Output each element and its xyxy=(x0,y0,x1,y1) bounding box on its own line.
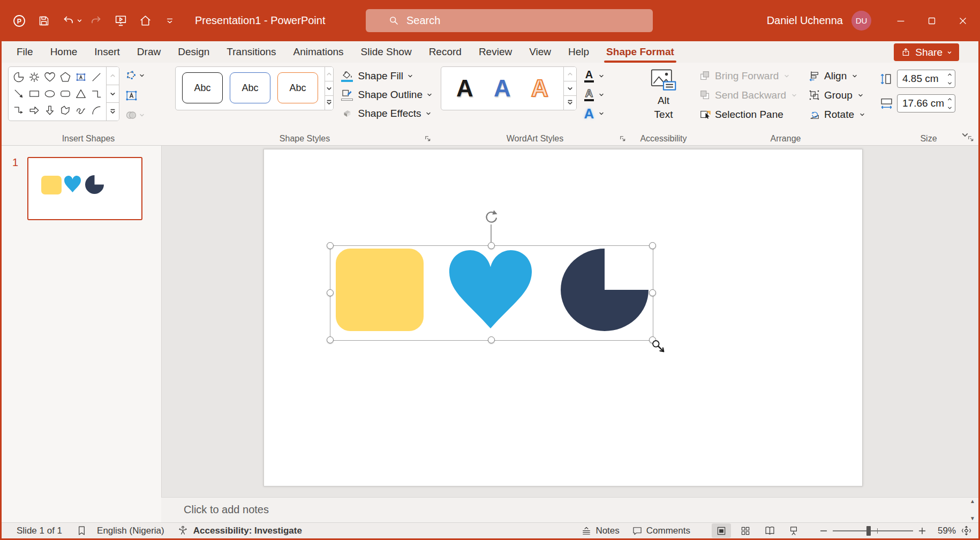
shape-elbow-arrow-connector-icon[interactable] xyxy=(11,102,26,118)
shape-heart-icon[interactable] xyxy=(42,69,57,85)
normal-view-button[interactable] xyxy=(712,523,731,538)
wordart-more-button[interactable] xyxy=(564,95,576,110)
shape-freeform-icon[interactable] xyxy=(57,102,73,118)
shape-triangle-icon[interactable] xyxy=(73,85,88,102)
wordart-scroll-down[interactable] xyxy=(564,81,576,95)
tab-record[interactable]: Record xyxy=(420,41,470,63)
resize-handle-middle-right[interactable] xyxy=(649,289,656,296)
text-box-button[interactable] xyxy=(124,87,146,103)
height-spin-up[interactable] xyxy=(944,70,955,79)
shape-height-input[interactable] xyxy=(898,70,944,87)
shape-styles-more-button[interactable] xyxy=(325,95,333,110)
zoom-out-button[interactable] xyxy=(819,527,828,535)
selection-pane-button[interactable]: Selection Pane xyxy=(698,106,803,123)
save-button[interactable] xyxy=(32,9,56,33)
alt-text-button[interactable]: Alt Text xyxy=(638,66,689,121)
shape-outline-button[interactable]: Shape Outline xyxy=(338,86,434,103)
user-name[interactable]: Daniel Uchenna xyxy=(767,14,843,27)
powerpoint-logo-icon[interactable]: P xyxy=(7,9,32,33)
shape-gallery-scroll-up[interactable] xyxy=(107,67,119,85)
width-spin-down[interactable] xyxy=(944,103,955,112)
tab-design[interactable]: Design xyxy=(169,41,218,63)
text-outline-button[interactable]: A xyxy=(581,86,606,103)
rotation-handle-icon[interactable] xyxy=(483,208,499,224)
tab-file[interactable]: File xyxy=(8,41,42,63)
shape-width-input[interactable] xyxy=(898,95,944,112)
resize-handle-bottom-left[interactable] xyxy=(327,336,334,343)
minimize-button[interactable] xyxy=(885,0,916,41)
search-box[interactable]: Search xyxy=(366,9,653,32)
slide-thumbnail-panel[interactable]: 1 xyxy=(2,146,162,522)
tab-insert[interactable]: Insert xyxy=(86,41,129,63)
reading-view-button[interactable] xyxy=(760,523,779,538)
shape-oval-icon[interactable] xyxy=(42,85,57,102)
shape-styles-scroll-down[interactable] xyxy=(325,81,333,95)
bring-forward-button[interactable]: Bring Forward xyxy=(698,68,803,84)
wordart-style-3[interactable]: A xyxy=(524,71,556,106)
shape-pie-icon[interactable] xyxy=(11,69,26,85)
tab-review[interactable]: Review xyxy=(470,41,521,63)
comments-button[interactable]: Comments xyxy=(632,526,690,536)
resize-handle-top-right[interactable] xyxy=(649,242,656,249)
height-spin-down[interactable] xyxy=(944,79,955,87)
home-button[interactable] xyxy=(133,9,157,33)
wordart-style-2[interactable]: A xyxy=(486,71,518,106)
shape-gallery-scroll-down[interactable] xyxy=(107,85,119,103)
undo-dropdown-chevron-icon[interactable] xyxy=(77,16,82,26)
resize-handle-top-middle[interactable] xyxy=(488,242,495,249)
shape-rounded-rectangle-icon[interactable] xyxy=(57,85,73,102)
shape-arc-icon[interactable] xyxy=(88,102,104,118)
resize-handle-top-left[interactable] xyxy=(327,242,334,249)
language-indicator[interactable]: English (Nigeria) xyxy=(97,526,164,536)
edit-shape-button[interactable] xyxy=(124,68,146,84)
tab-transitions[interactable]: Transitions xyxy=(218,41,284,63)
notes-toggle-button[interactable]: Notes xyxy=(581,526,619,536)
shape-rectangle-icon[interactable] xyxy=(26,85,42,102)
merge-shapes-button[interactable] xyxy=(124,107,146,123)
zoom-slider-thumb[interactable] xyxy=(866,526,871,536)
align-button[interactable]: Align xyxy=(807,68,867,84)
fit-slide-to-window-button[interactable] xyxy=(961,525,972,536)
accessibility-status[interactable]: Accessibility: Investigate xyxy=(193,526,302,536)
redo-button[interactable] xyxy=(84,9,108,33)
slide-sorter-view-button[interactable] xyxy=(736,523,755,538)
collapse-ribbon-button[interactable] xyxy=(958,129,972,141)
customize-quick-access-toolbar-icon[interactable] xyxy=(157,9,182,33)
shape-arrow-right-icon[interactable] xyxy=(26,102,42,118)
shape-line-arrow-icon[interactable] xyxy=(11,85,26,102)
rotate-button[interactable]: Rotate xyxy=(807,106,867,123)
text-fill-button[interactable]: A xyxy=(581,67,606,85)
zoom-slider[interactable] xyxy=(833,526,913,536)
shape-effects-button[interactable]: Shape Effects xyxy=(338,104,434,122)
text-effects-button[interactable]: A xyxy=(581,104,606,122)
notes-pane[interactable]: Click to add notes ▲ ▼ xyxy=(161,497,978,522)
tab-draw[interactable]: Draw xyxy=(129,41,169,63)
tab-home[interactable]: Home xyxy=(42,41,86,63)
shape-arrow-down-icon[interactable] xyxy=(42,102,57,118)
shape-fill-button[interactable]: Shape Fill xyxy=(338,67,434,85)
shape-elbow-connector-icon[interactable] xyxy=(88,85,104,102)
zoom-in-button[interactable] xyxy=(918,527,926,535)
send-backward-button[interactable]: Send Backward xyxy=(698,87,803,103)
shape-scribble-icon[interactable] xyxy=(73,102,88,118)
shape-styles-dialog-launcher[interactable] xyxy=(423,133,432,143)
wordart-scroll-up[interactable] xyxy=(564,67,576,81)
shape-sun-icon[interactable] xyxy=(26,69,42,85)
shape-line-icon[interactable] xyxy=(88,69,104,85)
start-from-beginning-button[interactable] xyxy=(108,9,133,33)
slide-thumbnail[interactable] xyxy=(27,157,142,220)
resize-handle-middle-left[interactable] xyxy=(327,289,334,296)
shape-gallery-more-button[interactable] xyxy=(107,102,119,121)
wordart-dialog-launcher[interactable] xyxy=(617,133,627,143)
group-button[interactable]: Group xyxy=(807,87,867,103)
shape-styles-scroll-up[interactable] xyxy=(325,67,333,81)
close-button[interactable] xyxy=(947,0,978,41)
share-button[interactable]: Share xyxy=(894,43,959,61)
wordart-style-1[interactable]: A xyxy=(449,71,481,106)
scroll-down-icon[interactable]: ▼ xyxy=(970,516,975,521)
tab-slide-show[interactable]: Slide Show xyxy=(352,41,420,63)
scroll-up-icon[interactable]: ▲ xyxy=(970,499,975,504)
maximize-button[interactable] xyxy=(916,0,947,41)
shape-text-box-icon[interactable] xyxy=(73,69,88,85)
shape-pentagon-icon[interactable] xyxy=(57,69,73,85)
